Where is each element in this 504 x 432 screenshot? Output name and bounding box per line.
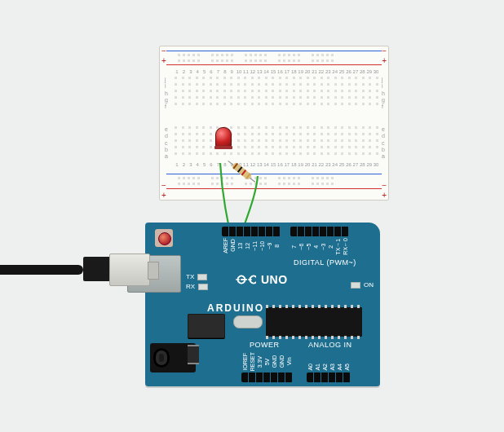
- bb-row-lbl: f: [382, 104, 385, 109]
- pin-label: GND: [271, 352, 278, 371]
- pin-labels-analog: A0A1A2A3A4A5: [307, 364, 351, 371]
- reset-button[interactable]: [155, 229, 173, 247]
- pin-label: 3.3V: [256, 352, 263, 371]
- atmega-dip: [266, 307, 362, 337]
- pin-label: TX→1: [334, 238, 342, 255]
- section-analog: ANALOG IN: [308, 341, 352, 349]
- rail-plus-bl: +: [161, 191, 166, 200]
- pin-label: ~11: [251, 238, 259, 253]
- bb-col-num: 13: [257, 162, 262, 167]
- bb-col-num: 17: [285, 69, 290, 74]
- circuit-diagram: − + − + 12345678910111213141516171819202…: [0, 0, 504, 432]
- pin-label: 2: [327, 238, 334, 255]
- bb-col-num: 29: [366, 162, 371, 167]
- rail-line-top-pos: [166, 64, 382, 66]
- arduino-logo: UNO: [232, 273, 288, 286]
- bb-col-num: 1: [175, 162, 179, 167]
- bb-col-num: 30: [374, 69, 378, 74]
- red-led: [214, 127, 232, 149]
- resistor-band-2: [237, 166, 243, 173]
- pin-labels-digital-right: 7~6~54~32TX→1RX←0: [290, 238, 349, 255]
- usb-strain-relief: [83, 257, 111, 281]
- bb-col-num: 16: [277, 69, 282, 74]
- pin-label: 5V: [263, 352, 271, 371]
- bb-col-num: 10: [237, 69, 241, 74]
- bb-row-lbl: e: [165, 126, 168, 132]
- bb-col-num: 7: [215, 69, 220, 74]
- bb-row-lbl: j: [382, 77, 385, 82]
- bb-col-num: 5: [202, 162, 207, 167]
- section-digital: DIGITAL (PWM~): [294, 258, 356, 267]
- bb-col-num: 27: [353, 162, 358, 167]
- pin-label: ~9: [266, 238, 273, 253]
- bb-col-num: 20: [305, 162, 310, 167]
- bb-col-num: 26: [346, 69, 351, 74]
- bb-col-num: 6: [209, 69, 214, 74]
- on-led: [351, 282, 360, 289]
- bb-col-num: 5: [202, 69, 207, 74]
- header-power: [241, 372, 293, 382]
- pin-label: ~6: [298, 238, 305, 255]
- bb-col-num: 24: [332, 162, 337, 167]
- pin-label: GND: [229, 238, 237, 253]
- bb-col-num: 13: [257, 69, 262, 74]
- on-indicator: ON: [351, 281, 374, 289]
- pin-label: 4: [312, 238, 320, 255]
- bb-col-num: 28: [360, 162, 365, 167]
- bb-col-num: 25: [339, 162, 344, 167]
- rail-minus-br: −: [382, 181, 387, 190]
- bb-row-lbl: i: [382, 83, 385, 89]
- rail-plus-tr: +: [382, 56, 387, 65]
- bb-row-lbl: a: [165, 153, 168, 159]
- pin-label: 8: [273, 238, 281, 253]
- pin-label: A3: [329, 364, 336, 371]
- bb-col-num: 21: [312, 69, 316, 74]
- usb-cable: [0, 249, 150, 291]
- section-power: POWER: [250, 341, 280, 349]
- usb-b-plug: [109, 253, 150, 286]
- header-analog: [307, 372, 351, 382]
- bb-row-lbl: f: [165, 104, 168, 109]
- breadboard: − + − + 12345678910111213141516171819202…: [159, 46, 389, 201]
- pin-labels-power: IOREFRESET3.3V5VGNDGNDVin: [241, 352, 293, 371]
- bb-row-lbl: e: [382, 126, 385, 132]
- pin-label: A0: [307, 364, 314, 371]
- bb-col-num: 4: [195, 69, 200, 74]
- bb-col-num: 9: [229, 69, 234, 74]
- bb-col-num: 8: [223, 69, 228, 74]
- bb-col-num: 23: [325, 69, 330, 74]
- bb-col-num: 25: [339, 69, 344, 74]
- bb-row-lbl: d: [382, 133, 385, 139]
- on-label: ON: [364, 281, 374, 289]
- bb-col-num: 29: [366, 69, 371, 74]
- rail-line-bot-pos: [166, 188, 382, 190]
- bb-col-num: 15: [271, 69, 276, 74]
- brand-text: ARDUINO: [207, 302, 264, 314]
- rail-line-top-neg: [166, 51, 382, 52]
- bb-col-num: 21: [312, 162, 316, 167]
- rx-label: RX: [186, 283, 195, 290]
- bb-col-num: 27: [353, 69, 358, 74]
- bb-col-num: 2: [181, 69, 186, 74]
- model-text: UNO: [261, 273, 288, 286]
- bb-row-lbl: h: [382, 90, 385, 96]
- regulator-chip: [188, 345, 199, 364]
- resistor-band-1: [233, 163, 239, 170]
- pin-label: RX←0: [342, 238, 349, 255]
- bb-col-num: 3: [188, 69, 193, 74]
- rail-minus-tl: −: [161, 46, 166, 55]
- bb-row-lbl: g: [382, 97, 385, 103]
- bb-row-lbl: c: [165, 140, 168, 146]
- bb-col-num: 11: [243, 162, 248, 167]
- bb-row-lbl: a: [382, 153, 385, 159]
- pin-label: A1: [314, 364, 321, 371]
- bb-col-num: 1: [175, 69, 179, 74]
- bb-col-num: 22: [319, 162, 324, 167]
- bb-col-num: 16: [277, 162, 282, 167]
- bb-col-num: 20: [305, 69, 310, 74]
- bb-col-num: 14: [263, 69, 268, 74]
- bb-col-num: 11: [243, 69, 248, 74]
- bb-col-num: 24: [332, 69, 337, 74]
- bb-row-lbl: g: [165, 97, 168, 103]
- pin-label: 12: [244, 238, 251, 253]
